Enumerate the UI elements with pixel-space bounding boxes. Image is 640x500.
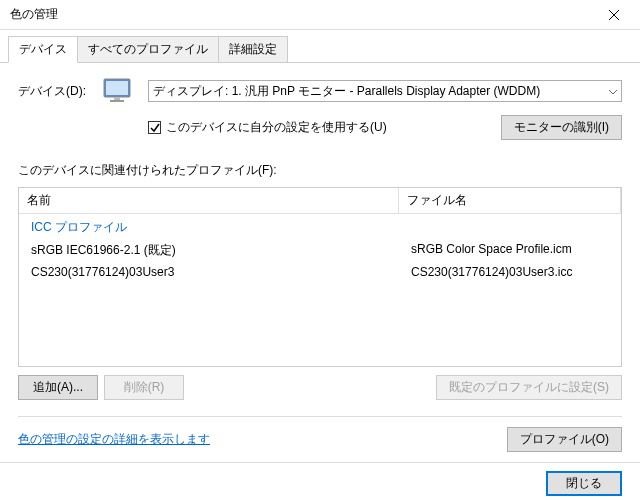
list-row[interactable]: sRGB IEC61966-2.1 (既定) sRGB Color Space … [19, 239, 621, 262]
profile-name: sRGB IEC61966-2.1 (既定) [19, 241, 399, 260]
column-header-name[interactable]: 名前 [19, 188, 399, 213]
tab-panel: デバイス(D): ディスプレイ: 1. 汎用 PnP モニター - Parall… [0, 63, 640, 462]
column-header-file[interactable]: ファイル名 [399, 188, 621, 213]
tab-advanced[interactable]: 詳細設定 [218, 36, 288, 62]
divider [18, 416, 622, 417]
device-select[interactable]: ディスプレイ: 1. 汎用 PnP モニター - Parallels Displ… [148, 80, 622, 102]
tab-devices[interactable]: デバイス [8, 36, 78, 63]
tab-all-profiles[interactable]: すべてのプロファイル [77, 36, 219, 62]
close-button[interactable]: 閉じる [546, 471, 622, 496]
chevron-down-icon [609, 84, 617, 98]
remove-button: 削除(R) [104, 375, 184, 400]
close-icon [609, 10, 619, 20]
profile-buttons-row: 追加(A)... 削除(R) 既定のプロファイルに設定(S) [18, 375, 622, 410]
add-button[interactable]: 追加(A)... [18, 375, 98, 400]
use-settings-row: このデバイスに自分の設定を使用する(U) モニターの識別(I) [148, 111, 622, 152]
profiles-button[interactable]: プロファイル(O) [507, 427, 622, 452]
check-icon [150, 123, 160, 133]
svg-rect-3 [106, 81, 128, 95]
window-title: 色の管理 [10, 6, 591, 23]
monitor-icon [98, 77, 138, 105]
list-header: 名前 ファイル名 [19, 188, 621, 214]
profiles-list[interactable]: 名前 ファイル名 ICC プロファイル sRGB IEC61966-2.1 (既… [18, 187, 622, 367]
list-body: ICC プロファイル sRGB IEC61966-2.1 (既定) sRGB C… [19, 214, 621, 284]
group-header: ICC プロファイル [19, 216, 621, 239]
title-bar: 色の管理 [0, 0, 640, 30]
identify-monitor-button[interactable]: モニターの識別(I) [501, 115, 622, 140]
tabs: デバイス すべてのプロファイル 詳細設定 [0, 30, 640, 63]
list-row[interactable]: CS230(31776124)03User3 CS230(31776124)03… [19, 262, 621, 282]
profiles-section-label: このデバイスに関連付けられたプロファイル(F): [18, 162, 622, 179]
profile-name: CS230(31776124)03User3 [19, 264, 399, 280]
set-default-button: 既定のプロファイルに設定(S) [436, 375, 622, 400]
device-select-value: ディスプレイ: 1. 汎用 PnP モニター - Parallels Displ… [153, 84, 540, 98]
use-settings-checkbox[interactable] [148, 121, 161, 134]
window-close-button[interactable] [591, 0, 636, 29]
details-link[interactable]: 色の管理の設定の詳細を表示します [18, 431, 210, 448]
use-settings-label: このデバイスに自分の設定を使用する(U) [166, 119, 387, 136]
svg-rect-5 [110, 100, 124, 102]
device-label: デバイス(D): [18, 83, 98, 100]
dialog-footer: 閉じる [0, 462, 640, 500]
profile-file: sRGB Color Space Profile.icm [399, 241, 621, 260]
profile-file: CS230(31776124)03User3.icc [399, 264, 621, 280]
bottom-row: 色の管理の設定の詳細を表示します プロファイル(O) [18, 427, 622, 462]
svg-rect-4 [114, 97, 120, 100]
device-row: デバイス(D): ディスプレイ: 1. 汎用 PnP モニター - Parall… [18, 77, 622, 105]
